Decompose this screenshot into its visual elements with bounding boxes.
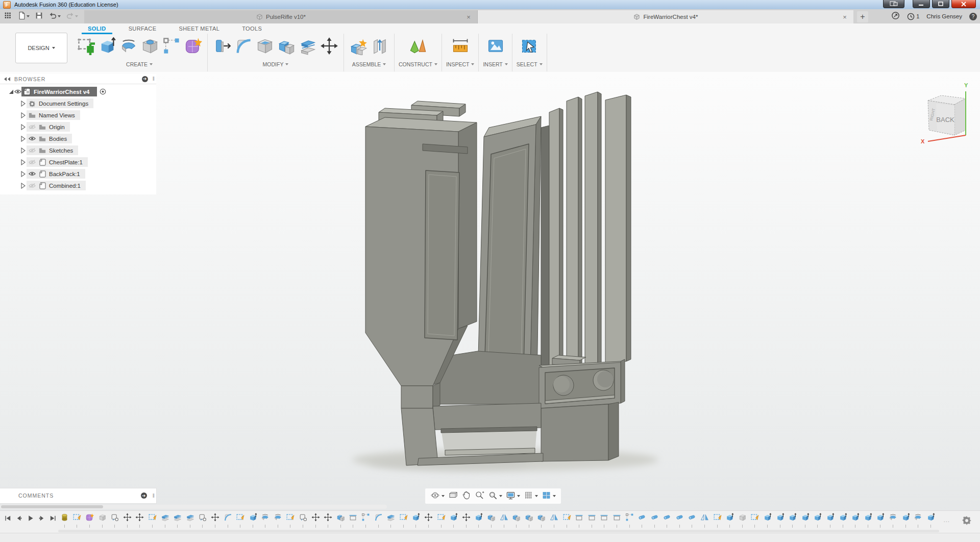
- ribbon-group-label[interactable]: INSPECT: [446, 61, 475, 67]
- visibility-eye-icon[interactable]: [29, 147, 36, 154]
- timeline-feature-combine[interactable]: [510, 513, 523, 528]
- grid-snaps-button[interactable]: [524, 490, 538, 502]
- timeline-feature-form[interactable]: [83, 513, 96, 528]
- timeline-feature-fillet[interactable]: [372, 513, 385, 528]
- ribbon-group-label[interactable]: CONSTRUCT: [399, 61, 437, 67]
- timeline-feature-slab[interactable]: [184, 513, 197, 528]
- tree-item-backpack-1[interactable]: BackPack:1: [0, 168, 156, 180]
- minimize-button[interactable]: [913, 0, 930, 8]
- activate-component-radio[interactable]: [100, 88, 107, 95]
- expand-closed-icon[interactable]: [19, 170, 27, 178]
- tree-item-chestplate-1[interactable]: ChestPlate:1: [0, 156, 156, 168]
- chevron-down-icon[interactable]: [553, 495, 556, 497]
- panel-resize-handle[interactable]: ‖: [153, 493, 155, 499]
- chevron-down-icon[interactable]: [58, 15, 61, 17]
- undo-button[interactable]: [47, 10, 62, 23]
- tree-item-combined-1[interactable]: Combined:1: [0, 180, 156, 191]
- zoom-window-button[interactable]: [488, 490, 502, 502]
- move-button[interactable]: [319, 35, 339, 59]
- chevron-down-icon[interactable]: [499, 495, 502, 497]
- model-bottom-loop[interactable]: [401, 402, 619, 465]
- chevron-down-icon[interactable]: [442, 495, 445, 497]
- timeline-feature-slab[interactable]: [159, 513, 172, 528]
- timeline-feature-sketch[interactable]: [284, 513, 297, 528]
- timeline-feature-component[interactable]: [297, 513, 309, 528]
- timeline-feature-extrude[interactable]: [824, 513, 837, 528]
- maximize-button[interactable]: [932, 0, 949, 8]
- timeline-feature-extrude[interactable]: [774, 513, 787, 528]
- titlebar[interactable]: F Autodesk Fusion 360 (Education License…: [0, 0, 980, 10]
- horizontal-scrollbar[interactable]: [0, 505, 387, 509]
- timeline-feature-pill[interactable]: [635, 513, 648, 528]
- expand-closed-icon[interactable]: [19, 147, 27, 154]
- timeline-feature-combine[interactable]: [535, 513, 548, 528]
- orbit-button[interactable]: [430, 490, 445, 502]
- pan-button[interactable]: [461, 490, 471, 502]
- look-at-button[interactable]: [448, 490, 458, 502]
- timeline-feature-sketch[interactable]: [560, 513, 573, 528]
- timeline-feature-mirror[interactable]: [548, 513, 560, 528]
- timeline-feature-combine[interactable]: [485, 513, 498, 528]
- pattern-button[interactable]: [161, 35, 182, 59]
- timeline-feature-move[interactable]: [134, 513, 146, 528]
- timeline-feature-sketch[interactable]: [711, 513, 724, 528]
- timeline-feature-sketch[interactable]: [749, 513, 762, 528]
- zoom-button[interactable]: [475, 490, 484, 502]
- chevron-down-icon[interactable]: [27, 15, 30, 17]
- timeline-feature-extrude[interactable]: [247, 513, 259, 528]
- insert-canvas-button[interactable]: [485, 35, 506, 59]
- timeline-feature-extrude[interactable]: [410, 513, 423, 528]
- expand-closed-icon[interactable]: [19, 135, 27, 142]
- timeline-feature-extrude[interactable]: [786, 513, 799, 528]
- timeline-feature-fillet[interactable]: [222, 513, 234, 528]
- timeline-feature-extrude[interactable]: [874, 513, 887, 528]
- step-back-button[interactable]: [15, 514, 23, 524]
- tree-item-sketches[interactable]: Sketches: [0, 144, 156, 156]
- ribbon-tab-sheet-metal[interactable]: SHEET METAL: [167, 23, 231, 34]
- viewcube-face-right[interactable]: [954, 98, 966, 135]
- timeline-feature-revolve[interactable]: [272, 513, 284, 528]
- expand-closed-icon[interactable]: [19, 112, 27, 119]
- viewports-button[interactable]: [542, 490, 556, 502]
- chevron-down-icon[interactable]: [535, 495, 538, 497]
- timeline-feature-extrude[interactable]: [849, 513, 862, 528]
- document-tab-pulserifle[interactable]: PulseRifle v10* ×: [84, 10, 478, 23]
- workspace-selector[interactable]: DESIGN: [15, 33, 67, 63]
- shell-button[interactable]: [255, 35, 275, 59]
- model-center-blade[interactable]: [478, 116, 541, 388]
- close-tab-icon[interactable]: ×: [465, 13, 472, 21]
- ribbon-group-label[interactable]: INSERT: [483, 61, 507, 67]
- collapse-panel-icon[interactable]: [4, 77, 11, 82]
- timeline-feature-sketch[interactable]: [146, 513, 159, 528]
- timeline-feature-extrude[interactable]: [924, 513, 937, 528]
- fillet-button[interactable]: [233, 35, 254, 59]
- timeline-feature-sketch[interactable]: [397, 513, 410, 528]
- timeline-feature-slab[interactable]: [384, 513, 397, 528]
- timeline-feature-extrude[interactable]: [799, 513, 812, 528]
- timeline-feature-sketch[interactable]: [435, 513, 448, 528]
- timeline-feature-sketch[interactable]: [234, 513, 247, 528]
- user-account-button[interactable]: Chris Gensey: [926, 13, 962, 19]
- save-button[interactable]: [33, 10, 45, 23]
- apps-grid-button[interactable]: [2, 10, 14, 23]
- timeline-feature-extrude[interactable]: [899, 513, 912, 528]
- visibility-eye-icon[interactable]: [14, 88, 21, 95]
- timeline-feature-component[interactable]: [108, 513, 121, 528]
- timeline-feature-pill[interactable]: [673, 513, 686, 528]
- viewcube[interactable]: BACK RIGHT Y X: [919, 76, 977, 145]
- timeline-feature-box[interactable]: [736, 513, 749, 528]
- offset-face-button[interactable]: [298, 35, 318, 59]
- tree-item-bodies[interactable]: Bodies: [0, 133, 156, 144]
- visibility-eye-icon[interactable]: [29, 159, 36, 166]
- timeline-feature-slab[interactable]: [171, 513, 184, 528]
- redo-disabled-button[interactable]: [64, 10, 80, 23]
- select-button[interactable]: [519, 35, 540, 59]
- close-tab-icon[interactable]: ×: [841, 13, 848, 21]
- document-tab-firewarriorchest[interactable]: FireWarriorChest v4* ×: [478, 10, 853, 23]
- step-forward-button[interactable]: [38, 514, 45, 524]
- timeline-feature-move[interactable]: [209, 513, 222, 528]
- new-component-button[interactable]: [348, 35, 369, 59]
- ribbon-tab-surface[interactable]: SURFACE: [117, 23, 168, 34]
- timeline-feature-revolve[interactable]: [912, 513, 924, 528]
- timeline-feature-pattern[interactable]: [359, 513, 372, 528]
